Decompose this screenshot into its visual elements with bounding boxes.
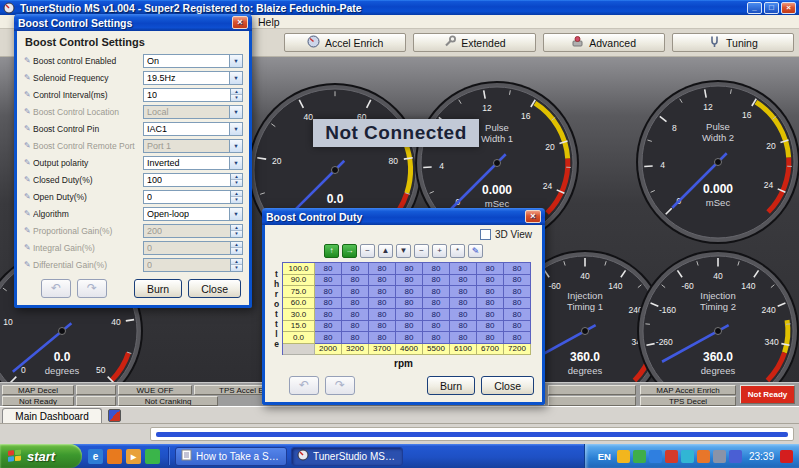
spinner-closed-duty[interactable]: 100▲▼	[143, 173, 243, 187]
chevron-down-icon[interactable]: ▼	[229, 55, 242, 67]
chevron-down-icon[interactable]: ▼	[229, 157, 242, 169]
dialog-title-bar[interactable]: Boost Control Settings ×	[14, 14, 252, 31]
duty-cell[interactable]: 80	[423, 263, 450, 275]
chevron-down-icon[interactable]: ▼	[229, 106, 242, 118]
decrement-icon[interactable]: −	[360, 244, 375, 258]
tray-icon-7[interactable]	[713, 450, 726, 463]
tray-icon-5[interactable]	[681, 450, 694, 463]
spinner-control-interval-ms[interactable]: 10▲▼	[143, 88, 243, 102]
duty-cell[interactable]: 80	[423, 286, 450, 298]
spin-down-icon[interactable]: ▼	[231, 247, 242, 254]
duty-cell[interactable]: 80	[450, 298, 477, 310]
duty-cell[interactable]: 80	[342, 321, 369, 333]
duty-y-axis-cell[interactable]: 15.0	[283, 321, 315, 333]
duty-cell[interactable]: 80	[477, 263, 504, 275]
tray-icon-2[interactable]	[633, 450, 646, 463]
duty-y-axis-cell[interactable]: 75.0	[283, 286, 315, 298]
combo-boost-control-pin[interactable]: IAC1▼	[143, 122, 243, 136]
duty-cell[interactable]: 80	[477, 275, 504, 287]
duty-cell[interactable]: 80	[504, 321, 531, 333]
duty-cell[interactable]: 80	[369, 321, 396, 333]
duty-cell[interactable]: 80	[477, 298, 504, 310]
close-icon[interactable]: ×	[525, 210, 541, 223]
redo-button[interactable]: ↷	[325, 376, 355, 395]
duty-y-axis-cell[interactable]: 60.0	[283, 298, 315, 310]
spin-down-icon[interactable]: ▼	[231, 179, 242, 186]
duty-cell[interactable]: 80	[396, 309, 423, 321]
minus-icon[interactable]: −	[414, 244, 429, 258]
duty-cell[interactable]: 80	[450, 321, 477, 333]
duty-cell[interactable]: 80	[504, 332, 531, 344]
dialog-title-bar[interactable]: Boost Control Duty ×	[262, 208, 545, 225]
tray-edge-icon[interactable]	[780, 450, 793, 463]
toolbar-button-tuning[interactable]: Tuning	[672, 33, 794, 52]
chevron-down-icon[interactable]: ▼	[229, 208, 242, 220]
redo-button[interactable]: ↷	[77, 279, 107, 298]
duty-cell[interactable]: 80	[450, 332, 477, 344]
duty-cell[interactable]: 80	[450, 275, 477, 287]
duty-cell[interactable]: 80	[450, 263, 477, 275]
duty-cell[interactable]: 80	[423, 298, 450, 310]
chevron-down-icon[interactable]: ▼	[229, 123, 242, 135]
duty-cell[interactable]: 80	[315, 275, 342, 287]
close-button[interactable]: ×	[781, 2, 796, 14]
media-player-icon[interactable]: ▸	[126, 449, 141, 464]
tray-icon-4[interactable]	[665, 450, 678, 463]
duty-cell[interactable]: 80	[477, 332, 504, 344]
nav-up-icon[interactable]: ↑	[324, 244, 339, 258]
duty-x-axis-cell[interactable]: 7200	[504, 344, 531, 356]
duty-x-axis-cell[interactable]: 3700	[369, 344, 396, 356]
duty-cell[interactable]: 80	[504, 275, 531, 287]
duty-cell[interactable]: 80	[315, 298, 342, 310]
decrease-icon[interactable]: ▼	[396, 244, 411, 258]
close-button[interactable]: Close	[188, 279, 241, 298]
duty-cell[interactable]: 80	[369, 332, 396, 344]
duty-x-axis-cell[interactable]: 3200	[342, 344, 369, 356]
toolbar-button-extended[interactable]: Extended	[413, 33, 535, 52]
duty-y-axis-cell[interactable]: 100.0	[283, 263, 315, 275]
task-button-how-to-take-a-scree[interactable]: How to Take a Scree...	[175, 447, 287, 466]
plus-icon[interactable]: +	[432, 244, 447, 258]
minimize-button[interactable]: _	[747, 2, 762, 14]
close-icon[interactable]: ×	[232, 16, 248, 29]
duty-cell[interactable]: 80	[477, 321, 504, 333]
start-button[interactable]: start	[0, 444, 82, 468]
duty-cell[interactable]: 80	[477, 286, 504, 298]
combo-solenoid-frequency[interactable]: 19.5Hz▼	[143, 71, 243, 85]
tab-main-dashboard[interactable]: Main Dashboard	[2, 408, 102, 423]
duty-cell[interactable]: 80	[369, 286, 396, 298]
duty-cell[interactable]: 80	[342, 332, 369, 344]
duty-x-axis-cell[interactable]: 2000	[315, 344, 342, 356]
duty-cell[interactable]: 80	[315, 263, 342, 275]
language-indicator[interactable]: EN	[595, 450, 614, 463]
duty-x-axis-cell[interactable]: 4600	[396, 344, 423, 356]
chevron-down-icon[interactable]: ▼	[229, 140, 242, 152]
duty-x-axis-cell[interactable]: 6100	[450, 344, 477, 356]
duty-cell[interactable]: 80	[504, 309, 531, 321]
spinner-open-duty[interactable]: 0▲▼	[143, 190, 243, 204]
combo-output-polarity[interactable]: Inverted▼	[143, 156, 243, 170]
spin-down-icon[interactable]: ▼	[231, 196, 242, 203]
spin-down-icon[interactable]: ▼	[231, 264, 242, 271]
spin-down-icon[interactable]: ▼	[231, 94, 242, 101]
messenger-icon[interactable]	[145, 449, 160, 464]
duty-cell[interactable]: 80	[423, 275, 450, 287]
tray-icon-6[interactable]	[697, 450, 710, 463]
undo-button[interactable]: ↶	[289, 376, 319, 395]
duty-y-axis-cell[interactable]: 30.0	[283, 309, 315, 321]
menu-help[interactable]: Help	[252, 16, 286, 28]
task-button-tunerstudio-ms-v1-0[interactable]: TunerStudio MS v1.0...	[291, 447, 403, 466]
duty-cell[interactable]: 80	[342, 275, 369, 287]
duty-cell[interactable]: 80	[423, 332, 450, 344]
maximize-button[interactable]: □	[764, 2, 779, 14]
chevron-down-icon[interactable]: ▼	[229, 72, 242, 84]
3d-view-checkbox[interactable]	[480, 229, 491, 240]
duty-cell[interactable]: 80	[342, 309, 369, 321]
duty-cell[interactable]: 80	[342, 286, 369, 298]
duty-cell[interactable]: 80	[396, 275, 423, 287]
duty-cell[interactable]: 80	[369, 298, 396, 310]
increase-icon[interactable]: ▲	[378, 244, 393, 258]
duty-cell[interactable]: 80	[396, 263, 423, 275]
combo-algorithm[interactable]: Open-loop▼	[143, 207, 243, 221]
tray-icon-3[interactable]	[649, 450, 662, 463]
